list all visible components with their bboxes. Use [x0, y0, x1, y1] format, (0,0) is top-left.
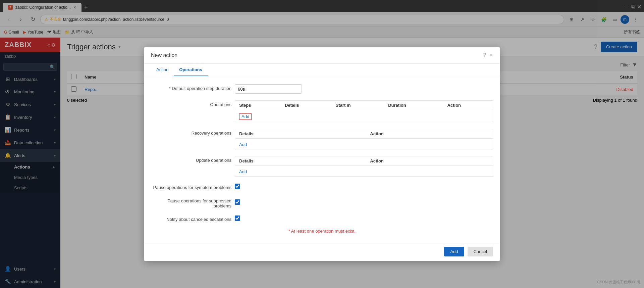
tab-action[interactable]: Action: [151, 64, 174, 76]
notify-canceled-label: Notify about canceled escalations: [151, 215, 231, 222]
modal-cancel-button[interactable]: Cancel: [468, 247, 493, 256]
modal-help-icon[interactable]: ?: [483, 52, 486, 58]
update-header-row: Details Action: [235, 156, 493, 166]
recovery-ops-label: Recovery operations: [151, 129, 231, 136]
operations-row: Operations Steps Details Start in Durati…: [151, 100, 493, 122]
step-duration-row: * Default operation step duration 60s: [151, 84, 493, 94]
recovery-details-header: Details: [235, 129, 366, 139]
update-details-header: Details: [235, 156, 366, 166]
recovery-table: Details Action Add: [235, 129, 493, 149]
operations-field: Steps Details Start in Duration Action A…: [235, 100, 493, 122]
update-ops-label: Update operations: [151, 156, 231, 163]
update-ops-row: Update operations Details Action: [151, 156, 493, 177]
pause-suppressed-label: Pause operations for suppressed problems: [151, 197, 231, 208]
operations-add-link[interactable]: Add: [239, 113, 252, 120]
ops-action-header: Action: [443, 101, 493, 110]
modal-overlay: New action ? × Action Operations * Defau…: [0, 0, 644, 288]
pause-symptom-checkbox[interactable]: [235, 184, 240, 189]
pause-symptom-field: [235, 184, 493, 190]
step-duration-field: 60s: [235, 84, 493, 94]
modal-close-btn[interactable]: ×: [489, 52, 493, 59]
ops-details-header: Details: [281, 101, 332, 110]
ops-startin-header: Start in: [332, 101, 384, 110]
update-ops-field: Details Action Add: [235, 156, 493, 177]
recovery-ops-row: Recovery operations Details Action: [151, 129, 493, 149]
notify-canceled-checkbox[interactable]: [235, 215, 240, 221]
pause-suppressed-field: [235, 199, 493, 206]
update-add-link[interactable]: Add: [239, 169, 247, 174]
recovery-action-header: Action: [366, 129, 493, 139]
pause-symptom-label: Pause operations for symptom problems: [151, 183, 231, 190]
operations-table: Steps Details Start in Duration Action A…: [235, 100, 493, 122]
pause-suppressed-checkbox[interactable]: [235, 199, 240, 205]
modal-body: * Default operation step duration 60s Op…: [144, 76, 500, 242]
update-action-header: Action: [366, 156, 493, 166]
step-duration-input[interactable]: 60s: [235, 84, 302, 94]
notify-canceled-row: Notify about canceled escalations: [151, 215, 493, 222]
pause-suppressed-row: Pause operations for suppressed problems: [151, 197, 493, 208]
ops-add-cell: Add: [235, 110, 493, 122]
notify-canceled-field: [235, 215, 493, 222]
recovery-add-row: Add: [235, 139, 493, 149]
error-message-area: * At least one operation must exist.: [151, 229, 493, 234]
error-message: * At least one operation must exist.: [288, 229, 356, 234]
modal-header: New action ? ×: [144, 47, 500, 64]
recovery-add-link[interactable]: Add: [239, 142, 247, 147]
modal-header-actions: ? ×: [483, 52, 493, 59]
ops-add-row: Add: [235, 110, 493, 122]
modal-add-button[interactable]: Add: [444, 247, 464, 256]
ops-steps-header: Steps: [235, 101, 281, 110]
ops-header-row: Steps Details Start in Duration Action: [235, 101, 493, 110]
step-duration-label: * Default operation step duration: [151, 84, 231, 91]
modal-tabs: Action Operations: [144, 64, 500, 76]
recovery-add-cell: Add: [235, 139, 493, 149]
new-action-modal: New action ? × Action Operations * Defau…: [144, 47, 500, 261]
ops-duration-header: Duration: [384, 101, 443, 110]
update-add-cell: Add: [235, 166, 493, 177]
update-add-row: Add: [235, 166, 493, 177]
pause-symptom-row: Pause operations for symptom problems: [151, 183, 493, 190]
modal-title: New action: [151, 52, 177, 58]
modal-footer: Add Cancel: [144, 242, 500, 261]
operations-label: Operations: [151, 100, 231, 107]
update-table: Details Action Add: [235, 156, 493, 177]
tab-operations[interactable]: Operations: [174, 64, 208, 76]
recovery-ops-field: Details Action Add: [235, 129, 493, 149]
recovery-header-row: Details Action: [235, 129, 493, 139]
